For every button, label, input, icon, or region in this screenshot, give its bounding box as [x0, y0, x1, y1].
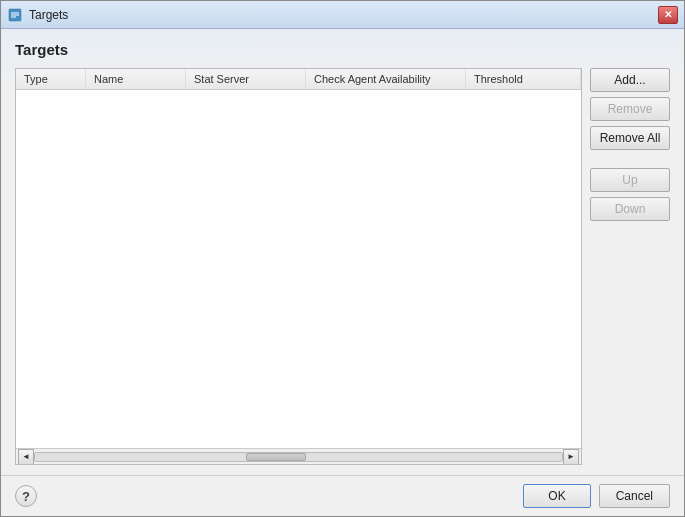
remove-button[interactable]: Remove	[590, 97, 670, 121]
down-button[interactable]: Down	[590, 197, 670, 221]
column-header-name: Name	[86, 69, 186, 89]
btn-spacer	[590, 155, 670, 163]
dialog-footer: ? OK Cancel	[1, 475, 684, 516]
close-icon: ✕	[664, 9, 672, 20]
remove-all-button[interactable]: Remove All	[590, 126, 670, 150]
scrollbar-left-button[interactable]: ◄	[18, 449, 34, 465]
column-header-stat-server: Stat Server	[186, 69, 306, 89]
footer-buttons: OK Cancel	[523, 484, 670, 508]
scrollbar-track[interactable]	[34, 452, 563, 462]
cancel-button[interactable]: Cancel	[599, 484, 670, 508]
help-button[interactable]: ?	[15, 485, 37, 507]
scrollbar-thumb[interactable]	[246, 453, 306, 461]
add-button[interactable]: Add...	[590, 68, 670, 92]
table-body	[16, 90, 581, 448]
column-header-type: Type	[16, 69, 86, 89]
table-header: Type Name Stat Server Check Agent Availa…	[16, 69, 581, 90]
title-bar-left: Targets	[7, 7, 68, 23]
up-button[interactable]: Up	[590, 168, 670, 192]
window-title: Targets	[29, 8, 68, 22]
buttons-panel: Add... Remove Remove All Up Down	[590, 68, 670, 465]
app-icon	[7, 7, 23, 23]
column-header-threshold: Threshold	[466, 69, 581, 89]
ok-button[interactable]: OK	[523, 484, 590, 508]
close-button[interactable]: ✕	[658, 6, 678, 24]
title-bar: Targets ✕	[1, 1, 684, 29]
scrollbar-right-button[interactable]: ►	[563, 449, 579, 465]
dialog-window: Targets ✕ Targets Type Name Stat Server …	[0, 0, 685, 517]
dialog-heading: Targets	[15, 41, 670, 58]
column-header-check-agent: Check Agent Availability	[306, 69, 466, 89]
dialog-body: Targets Type Name Stat Server Check Agen…	[1, 29, 684, 475]
horizontal-scrollbar[interactable]: ◄ ►	[16, 448, 581, 464]
table-container: Type Name Stat Server Check Agent Availa…	[15, 68, 582, 465]
content-area: Type Name Stat Server Check Agent Availa…	[15, 68, 670, 465]
